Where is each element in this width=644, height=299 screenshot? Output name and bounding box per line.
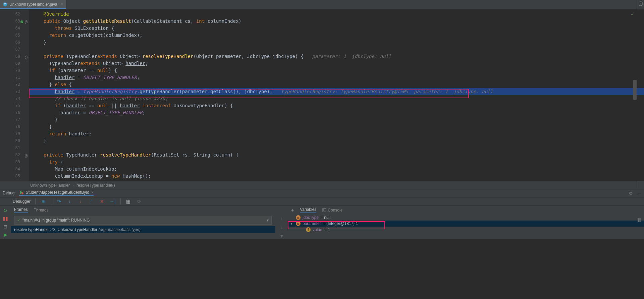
code-line[interactable]: } <box>29 123 644 130</box>
filter-icon[interactable]: ▼ <box>279 233 284 239</box>
code-line[interactable]: try { <box>29 159 644 166</box>
threads-tab[interactable]: Threads <box>34 208 49 213</box>
variable-row[interactable]: pjdbcType = null <box>288 215 644 221</box>
gutter-line[interactable]: 84 <box>0 166 29 173</box>
class-icon: C <box>3 2 7 7</box>
gutter-line[interactable]: 85 <box>0 173 29 180</box>
gutter-line[interactable]: 83 <box>0 159 29 166</box>
new-watch-icon[interactable]: + <box>291 207 294 213</box>
inspection-ok-icon[interactable]: ✓ <box>631 11 635 17</box>
step-into-icon[interactable]: ↓ <box>67 199 73 204</box>
frame-down-icon[interactable]: ↓ <box>281 225 283 230</box>
drop-frame-icon[interactable]: ✕ <box>99 199 105 204</box>
gutter-line[interactable]: 81 <box>0 144 29 152</box>
override-icon[interactable] <box>20 18 23 25</box>
gutter-line[interactable]: 67 <box>0 46 29 53</box>
database-icon[interactable] <box>638 1 643 6</box>
gutter-line[interactable]: 65 <box>0 32 29 39</box>
gutter-line[interactable]: 64 <box>0 25 29 32</box>
file-tab[interactable]: C UnknownTypeHandler.java × <box>0 0 66 9</box>
gutter-line[interactable]: 73 <box>0 88 29 95</box>
gutter-line[interactable]: 77 <box>0 116 29 123</box>
gutter-line[interactable]: 68@ <box>0 53 29 60</box>
gutter-line[interactable]: 69 <box>0 60 29 67</box>
frame-main: resolveTypeHandler:73, UnknownTypeHandle… <box>14 227 98 232</box>
gutter-line[interactable]: 82@ <box>0 152 29 159</box>
gutter-line[interactable]: 66 <box>0 39 29 46</box>
close-tab-icon[interactable]: × <box>61 2 63 7</box>
view-breakpoints-icon[interactable]: ⊟ <box>3 224 7 229</box>
code-line[interactable]: if (parameter == null) { <box>29 67 644 74</box>
thread-selector[interactable]: ✓ "main"@1 in group "main": RUNNING ▾ <box>14 216 272 225</box>
code-line[interactable]: } else { <box>29 81 644 88</box>
gutter-line[interactable]: 78 <box>0 123 29 130</box>
debug-settings-icon[interactable]: ⚙ <box>629 191 633 196</box>
stop-icon[interactable]: ▮▮ <box>3 216 8 221</box>
resume-icon[interactable]: ▶ <box>4 232 7 237</box>
gutter-line[interactable]: 79 <box>0 130 29 137</box>
code-line[interactable]: handler = OBJECT_TYPE_HANDLER; <box>29 74 644 81</box>
code-line[interactable]: private TypeHandler resolveTypeHandler(R… <box>29 152 644 159</box>
editor-scrollbar-thumb[interactable] <box>633 80 637 100</box>
code-line[interactable]: @Override <box>29 11 644 18</box>
show-execution-point-icon[interactable]: ≡ <box>40 199 46 204</box>
gutter-line[interactable]: 71 <box>0 74 29 81</box>
code-line[interactable] <box>29 46 644 53</box>
code-line[interactable]: handler = typeHandlerRegistry.getTypeHan… <box>29 88 644 95</box>
code-editor: 6263@6465666768@697071727374757677787980… <box>0 9 644 181</box>
code-line[interactable]: } <box>29 116 644 123</box>
evaluate-expression-icon[interactable]: ▦ <box>125 199 131 204</box>
expand-icon[interactable]: ▾ <box>290 221 294 226</box>
step-out-icon[interactable]: ↑ <box>88 199 94 204</box>
step-over-icon[interactable]: ↷ <box>56 199 62 204</box>
run-to-cursor-icon[interactable]: →| <box>110 199 116 204</box>
frames-tab[interactable]: Frames <box>14 207 28 213</box>
frame-up-icon[interactable]: ↑ <box>281 216 283 221</box>
code-line[interactable]: if (handler == null || handler instanceo… <box>29 102 644 109</box>
frames-tabs: Frames Threads <box>11 206 275 215</box>
toolbar-separator <box>35 198 36 204</box>
trace-current-stream-icon[interactable]: ⟳ <box>136 199 142 204</box>
debug-minimize-icon[interactable]: — <box>636 190 641 196</box>
code-line[interactable]: columnIndexLookup = new HashMap(); <box>29 173 644 180</box>
gutter-line[interactable]: 72 <box>0 81 29 88</box>
breadcrumb-method[interactable]: resolveTypeHandler() <box>76 183 115 188</box>
breadcrumb: UnknownTypeHandler › resolveTypeHandler(… <box>0 181 644 189</box>
code-line[interactable]: } <box>29 39 644 46</box>
variables-tab[interactable]: Variables <box>300 207 316 213</box>
debugger-tab-label[interactable]: Debugger <box>13 199 31 204</box>
gutter-line[interactable]: 80 <box>0 137 29 144</box>
gutter-line[interactable]: 74 <box>0 95 29 102</box>
gutter-line[interactable]: 63@ <box>0 18 29 25</box>
debug-body: ↻ ▮▮ ⊟ ▶ Frames Threads ✓ "main"@1 in gr… <box>0 206 644 239</box>
gutter-mark-icon: @ <box>25 152 28 159</box>
gutter-line[interactable]: 70 <box>0 67 29 74</box>
console-tab[interactable]: Console <box>322 208 342 213</box>
code-line[interactable]: } <box>29 137 644 144</box>
code-line[interactable]: return handler; <box>29 130 644 137</box>
code-line[interactable]: throws SQLException { <box>29 25 644 32</box>
close-session-icon[interactable]: × <box>91 190 94 195</box>
code-line[interactable]: Map columnIndexLookup; <box>29 166 644 173</box>
code-line[interactable] <box>29 144 644 152</box>
code-line[interactable]: private TypeHandlerextends Object> resol… <box>29 53 644 60</box>
rerun-icon[interactable]: ↻ <box>3 208 7 213</box>
code-line[interactable]: // check if handler is null (issue #270) <box>29 95 644 102</box>
gutter-line[interactable]: 62 <box>0 11 29 18</box>
variable-name: value <box>313 227 322 232</box>
stack-frame-row[interactable]: resolveTypeHandler:73, UnknownTypeHandle… <box>11 226 275 233</box>
code-line[interactable]: handler = OBJECT_TYPE_HANDLER; <box>29 109 644 116</box>
gutter-line[interactable]: 75 <box>0 102 29 109</box>
debug-session-tab[interactable]: StudentMapperTest.getStudentById × <box>19 190 94 196</box>
toolbar-separator <box>51 198 51 204</box>
variable-row[interactable]: fvalue = 1 <box>288 227 644 233</box>
code-line[interactable]: public Object getNullableResult(Callable… <box>29 18 644 25</box>
variable-row[interactable]: ▾pparameter = {Integer@1817} 1 <box>288 221 644 227</box>
breadcrumb-class[interactable]: UnknownTypeHandler <box>30 183 70 188</box>
layout-settings-icon[interactable]: ▥ <box>637 217 641 222</box>
code-line[interactable]: TypeHandlerextends Object> handler; <box>29 60 644 67</box>
force-step-into-icon[interactable]: ↓ <box>77 199 84 204</box>
gutter-line[interactable]: 76 <box>0 109 29 116</box>
code-line[interactable]: return cs.getObject(columnIndex); <box>29 32 644 39</box>
code-area[interactable]: @Override public Object getNullableResul… <box>29 9 644 181</box>
